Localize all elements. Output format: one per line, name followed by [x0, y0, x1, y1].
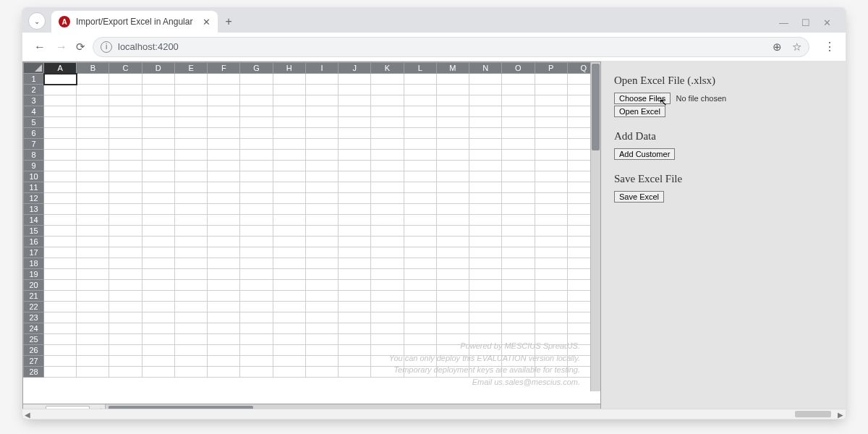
cell[interactable] — [174, 95, 207, 106]
cell[interactable] — [174, 356, 207, 367]
cell[interactable] — [142, 171, 174, 182]
cell[interactable] — [273, 204, 305, 215]
cell[interactable] — [273, 117, 305, 128]
cell[interactable] — [44, 280, 77, 291]
cell[interactable] — [469, 247, 502, 258]
cell[interactable] — [502, 312, 535, 323]
cell[interactable] — [371, 334, 404, 345]
cell[interactable] — [305, 161, 338, 171]
cell[interactable] — [371, 139, 404, 150]
cell[interactable] — [305, 74, 338, 85]
row-header[interactable]: 26 — [24, 345, 44, 356]
cell[interactable] — [404, 182, 436, 193]
cell[interactable] — [142, 182, 174, 193]
cell[interactable] — [273, 193, 305, 204]
cell[interactable] — [44, 312, 77, 323]
cell[interactable] — [371, 117, 404, 128]
cell[interactable] — [502, 367, 535, 378]
cell[interactable] — [339, 161, 371, 171]
cell[interactable] — [208, 85, 240, 95]
select-all-corner[interactable] — [24, 63, 44, 74]
cell[interactable] — [436, 171, 469, 182]
cell[interactable] — [469, 269, 502, 280]
cell[interactable] — [77, 95, 109, 106]
row-header[interactable]: 16 — [24, 237, 44, 247]
cell[interactable] — [273, 323, 305, 334]
cell[interactable] — [371, 323, 404, 334]
cell[interactable] — [339, 150, 371, 161]
cell[interactable] — [273, 356, 305, 367]
cell[interactable] — [109, 74, 142, 85]
cell[interactable] — [502, 204, 535, 215]
cell[interactable] — [469, 356, 502, 367]
cell[interactable] — [240, 182, 273, 193]
cell[interactable] — [339, 193, 371, 204]
cell[interactable] — [240, 356, 273, 367]
cell[interactable] — [436, 150, 469, 161]
row-header[interactable]: 3 — [24, 95, 44, 106]
cell[interactable] — [208, 193, 240, 204]
omnibox[interactable]: i localhost:4200 ⊕ ☆ — [93, 37, 809, 57]
cell[interactable] — [109, 237, 142, 247]
cell[interactable] — [371, 291, 404, 302]
cell[interactable] — [109, 269, 142, 280]
cell[interactable] — [305, 237, 338, 247]
cell[interactable] — [436, 215, 469, 226]
cell[interactable] — [305, 258, 338, 269]
cell[interactable] — [109, 117, 142, 128]
cell[interactable] — [109, 161, 142, 171]
cell[interactable] — [44, 345, 77, 356]
cell[interactable] — [305, 95, 338, 106]
cell[interactable] — [77, 204, 109, 215]
cell[interactable] — [535, 193, 567, 204]
cell[interactable] — [404, 345, 436, 356]
cell[interactable] — [305, 193, 338, 204]
cell[interactable] — [371, 247, 404, 258]
spreadsheet-grid[interactable]: ABCDEFGHIJKLMNOPQ 1234567891011121314151… — [23, 62, 600, 378]
cell[interactable] — [174, 171, 207, 182]
cell[interactable] — [436, 323, 469, 334]
cell[interactable] — [142, 302, 174, 312]
cell[interactable] — [305, 226, 338, 237]
cell[interactable] — [469, 74, 502, 85]
cell[interactable] — [404, 247, 436, 258]
cell[interactable] — [371, 95, 404, 106]
cell[interactable] — [502, 193, 535, 204]
cell[interactable] — [240, 226, 273, 237]
cell[interactable] — [142, 269, 174, 280]
cell[interactable] — [174, 345, 207, 356]
cell[interactable] — [77, 247, 109, 258]
cell[interactable] — [535, 95, 567, 106]
cell[interactable] — [339, 128, 371, 139]
cell[interactable] — [174, 226, 207, 237]
cell[interactable] — [305, 312, 338, 323]
cell[interactable] — [44, 302, 77, 312]
cell[interactable] — [502, 269, 535, 280]
cell[interactable] — [77, 356, 109, 367]
cell[interactable] — [305, 345, 338, 356]
cell[interactable] — [535, 74, 567, 85]
cell[interactable] — [305, 85, 338, 95]
cell[interactable] — [535, 247, 567, 258]
reload-icon[interactable]: ⟳ — [76, 41, 85, 54]
cell[interactable] — [174, 182, 207, 193]
cell[interactable] — [371, 128, 404, 139]
cell[interactable] — [371, 226, 404, 237]
cell[interactable] — [142, 237, 174, 247]
cell[interactable] — [502, 139, 535, 150]
cell[interactable] — [436, 85, 469, 95]
cell[interactable] — [371, 258, 404, 269]
cell[interactable] — [535, 302, 567, 312]
cell[interactable] — [404, 302, 436, 312]
cell[interactable] — [109, 334, 142, 345]
cell[interactable] — [208, 258, 240, 269]
row-header[interactable]: 2 — [24, 85, 44, 95]
cell[interactable] — [339, 171, 371, 182]
cell[interactable] — [339, 291, 371, 302]
cell[interactable] — [44, 150, 77, 161]
cell[interactable] — [44, 237, 77, 247]
cell[interactable] — [174, 161, 207, 171]
cell[interactable] — [339, 334, 371, 345]
cell[interactable] — [339, 139, 371, 150]
cell[interactable] — [502, 215, 535, 226]
